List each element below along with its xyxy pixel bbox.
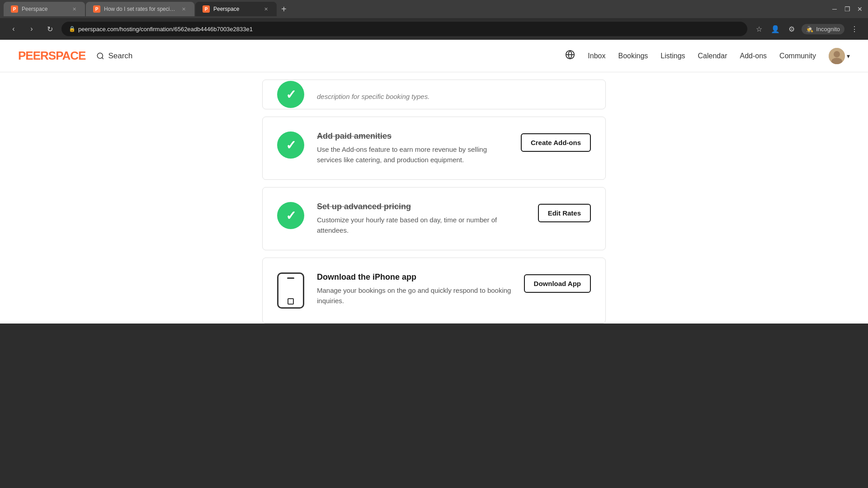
- svg-point-5: [834, 51, 840, 57]
- check-icon-partial: ✓: [286, 87, 296, 102]
- profile-button[interactable]: 👤: [769, 23, 782, 35]
- bookmark-button[interactable]: ☆: [753, 23, 765, 35]
- tab-title-3: Peerspace: [213, 6, 259, 12]
- tab-favicon-1: P: [11, 5, 18, 13]
- add-paid-amenities-card: ✓ Add paid amenities Use the Add-ons fea…: [262, 117, 606, 180]
- minimize-button[interactable]: ─: [830, 5, 839, 14]
- create-addons-button[interactable]: Create Add-ons: [521, 133, 591, 152]
- nav-calendar[interactable]: Calendar: [698, 52, 727, 60]
- tab-favicon-3: P: [203, 5, 210, 13]
- check-icon-pricing: ✓: [286, 208, 296, 223]
- app-card-body: Download the iPhone app Manage your book…: [317, 272, 511, 306]
- main-content-area: ✓ Add paid amenities Use the Add-ons fea…: [253, 117, 615, 324]
- advanced-pricing-card: ✓ Set up advanced pricing Customize your…: [262, 187, 606, 250]
- close-window-button[interactable]: ✕: [855, 5, 864, 14]
- back-button[interactable]: ‹: [7, 23, 20, 35]
- browser-window: P Peerspace ✕ P How do I set rates for s…: [0, 0, 868, 488]
- tab-favicon-2: P: [93, 5, 100, 13]
- browser-tabs: P Peerspace ✕ P How do I set rates for s…: [4, 2, 823, 16]
- search-button[interactable]: Search: [96, 52, 132, 61]
- globe-icon: [565, 50, 575, 60]
- avatar-image: [829, 48, 845, 64]
- partial-card-body: description for specific booking types.: [317, 89, 591, 100]
- edit-rates-button[interactable]: Edit Rates: [538, 204, 591, 222]
- pricing-card-title: Set up advanced pricing: [317, 202, 525, 211]
- user-avatar: [829, 48, 845, 64]
- amenities-card-title: Add paid amenities: [317, 131, 508, 141]
- browser-title-bar: P Peerspace ✕ P How do I set rates for s…: [0, 0, 868, 18]
- amenities-card-description: Use the Add-ons feature to earn more rev…: [317, 145, 508, 165]
- nav-addons[interactable]: Add-ons: [740, 52, 767, 60]
- check-circle-amenities: ✓: [277, 131, 304, 159]
- pricing-card-description: Customize your hourly rate based on day,…: [317, 215, 525, 235]
- app-card-title: Download the iPhone app: [317, 272, 511, 282]
- maximize-button[interactable]: ❐: [843, 5, 852, 14]
- nav-listings[interactable]: Listings: [660, 52, 685, 60]
- menu-button[interactable]: ⋮: [848, 23, 861, 35]
- check-circle-partial: ✓: [277, 81, 304, 108]
- incognito-indicator: 🕵 Incognito: [802, 24, 844, 34]
- forward-button[interactable]: ›: [25, 23, 38, 35]
- tab-close-2[interactable]: ✕: [180, 5, 187, 13]
- pricing-card-action: Edit Rates: [538, 202, 591, 222]
- app-card-description: Manage your bookings on the go and quick…: [317, 286, 511, 306]
- nav-bookings[interactable]: Bookings: [618, 52, 648, 60]
- download-app-card: Download the iPhone app Manage your book…: [262, 258, 606, 324]
- svg-line-1: [102, 57, 104, 59]
- language-button[interactable]: [565, 50, 575, 62]
- amenities-card-action: Create Add-ons: [521, 131, 591, 152]
- reload-button[interactable]: ↻: [43, 23, 56, 35]
- browser-tab-2[interactable]: P How do I set rates for specific d... ✕: [86, 2, 194, 16]
- new-tab-button[interactable]: +: [278, 2, 290, 16]
- incognito-label: Incognito: [816, 26, 840, 33]
- pricing-card-body: Set up advanced pricing Customize your h…: [317, 202, 525, 235]
- search-label: Search: [108, 52, 132, 61]
- amenities-card-body: Add paid amenities Use the Add-ons featu…: [317, 131, 508, 165]
- extensions-button[interactable]: ⚙: [785, 23, 798, 35]
- browser-tab-1[interactable]: P Peerspace ✕: [4, 2, 85, 16]
- page-content: PEERSPACE Search Inbox: [0, 40, 868, 324]
- peerspace-logo[interactable]: PEERSPACE: [18, 49, 85, 63]
- user-menu-chevron: ▾: [847, 52, 850, 60]
- window-controls: ─ ❐ ✕: [830, 5, 864, 14]
- browser-tab-3[interactable]: P Peerspace ✕: [195, 2, 277, 16]
- navbar: PEERSPACE Search Inbox: [0, 40, 868, 72]
- tab-close-3[interactable]: ✕: [262, 5, 269, 13]
- browser-address-bar: ‹ › ↻ 🔒 peerspace.com/hosting/confirmati…: [0, 18, 868, 40]
- check-circle-pricing: ✓: [277, 202, 304, 229]
- partial-card-description: description for specific booking types.: [317, 89, 591, 100]
- search-icon: [96, 52, 104, 60]
- user-menu[interactable]: ▾: [829, 48, 850, 64]
- address-bar[interactable]: 🔒 peerspace.com/hosting/confirmation/656…: [61, 22, 747, 36]
- navbar-right: Inbox Bookings Listings Calendar Add-ons…: [565, 48, 850, 64]
- browser-actions: ☆ 👤 ⚙ 🕵 Incognito ⋮: [753, 23, 861, 35]
- nav-community[interactable]: Community: [779, 52, 816, 60]
- incognito-icon: 🕵: [806, 26, 813, 33]
- secure-icon: 🔒: [69, 26, 75, 32]
- phone-icon: [277, 272, 304, 309]
- nav-inbox[interactable]: Inbox: [588, 52, 605, 60]
- tab-title-2: How do I set rates for specific d...: [104, 6, 176, 12]
- logo-text: PEERSPACE: [18, 49, 85, 62]
- svg-point-0: [98, 53, 103, 58]
- partial-card: ✓ description for specific booking types…: [262, 80, 606, 109]
- download-app-button[interactable]: Download App: [524, 274, 591, 293]
- check-icon-amenities: ✓: [286, 138, 296, 153]
- tab-close-1[interactable]: ✕: [71, 5, 78, 13]
- app-card-action: Download App: [524, 272, 591, 293]
- address-text: peerspace.com/hosting/confirmation/6562e…: [78, 26, 253, 33]
- tab-title-1: Peerspace: [22, 6, 67, 12]
- navbar-left: PEERSPACE Search: [18, 49, 132, 63]
